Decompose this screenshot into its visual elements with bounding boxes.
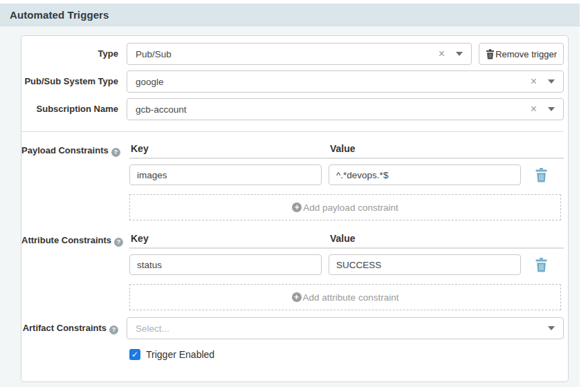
trigger-card: Type Pub/Sub × Remove trigger (21, 35, 569, 382)
type-row: Type Pub/Sub × Remove trigger (21, 43, 564, 65)
triggers-panel: Automated Triggers Type Pub/Sub × (0, 3, 580, 387)
chevron-down-icon[interactable] (548, 79, 555, 84)
value-column-header: Value (329, 143, 521, 154)
add-payload-constraint-button[interactable]: + Add payload constraint (129, 194, 561, 220)
attribute-table-header: Key Value (129, 233, 564, 249)
chevron-down-icon[interactable] (548, 107, 555, 111)
value-column-header: Value (329, 233, 521, 244)
payload-value-input[interactable] (329, 164, 521, 185)
subscription-select[interactable]: gcb-account × (127, 98, 564, 120)
subscription-label: Subscription Name (21, 98, 127, 120)
add-attribute-constraint-button[interactable]: + Add attribute constraint (129, 284, 561, 310)
type-label: Type (21, 43, 127, 65)
help-icon[interactable]: ? (109, 325, 118, 334)
chevron-down-icon[interactable] (456, 52, 463, 56)
system-type-row: Pub/Sub System Type google × (21, 70, 564, 93)
clear-icon[interactable]: × (531, 104, 537, 115)
payload-constraint-row (129, 159, 564, 185)
type-select-value: Pub/Sub (136, 49, 439, 59)
trigger-enabled-row: ✓ Trigger Enabled (21, 349, 564, 360)
artifact-select-placeholder: Select... (136, 323, 548, 334)
payload-constraints-section: Payload Constraints? Key Value (21, 143, 564, 220)
page-title: Automated Triggers (10, 9, 109, 21)
add-payload-constraint-label: Add payload constraint (303, 202, 398, 213)
check-icon: ✓ (131, 350, 138, 359)
subscription-select-value: gcb-account (136, 104, 531, 115)
artifact-constraints-label: Artifact Constraints? (21, 317, 127, 339)
clear-icon[interactable]: × (531, 76, 537, 87)
add-attribute-constraint-label: Add attribute constraint (303, 292, 399, 303)
divider (21, 131, 564, 132)
attribute-value-input[interactable] (329, 254, 521, 275)
plus-circle-icon: + (292, 292, 302, 302)
artifact-constraints-row: Artifact Constraints? Select... (21, 317, 564, 339)
attribute-constraints-section: Attribute Constraints? Key Value (21, 233, 564, 310)
key-column-header: Key (129, 233, 322, 244)
remove-trigger-button[interactable]: Remove trigger (479, 43, 564, 65)
help-icon[interactable]: ? (111, 148, 120, 157)
plus-circle-icon: + (292, 202, 302, 212)
remove-trigger-label: Remove trigger (495, 49, 557, 59)
attribute-key-input[interactable] (129, 254, 322, 275)
artifact-constraints-select[interactable]: Select... (127, 317, 564, 339)
payload-table-header: Key Value (129, 143, 564, 159)
clear-icon[interactable]: × (439, 48, 445, 59)
trigger-enabled-checkbox[interactable]: ✓ (129, 349, 140, 360)
key-column-header: Key (129, 143, 322, 154)
delete-row-trash-icon[interactable] (535, 258, 548, 272)
attribute-constraint-row (129, 249, 564, 275)
type-select[interactable]: Pub/Sub × (127, 43, 472, 65)
system-type-select[interactable]: google × (127, 70, 564, 93)
attribute-constraints-label: Attribute Constraints? (21, 233, 127, 247)
section-header: Automated Triggers (0, 3, 580, 26)
system-type-label: Pub/Sub System Type (21, 70, 127, 93)
trigger-enabled-label: Trigger Enabled (146, 349, 214, 360)
subscription-row: Subscription Name gcb-account × (21, 98, 564, 120)
help-icon[interactable]: ? (114, 238, 123, 247)
payload-constraints-label: Payload Constraints? (21, 143, 127, 157)
trash-icon (486, 49, 495, 59)
system-type-select-value: google (136, 77, 531, 87)
delete-row-trash-icon[interactable] (535, 168, 548, 182)
chevron-down-icon[interactable] (548, 326, 555, 330)
payload-key-input[interactable] (129, 164, 322, 185)
